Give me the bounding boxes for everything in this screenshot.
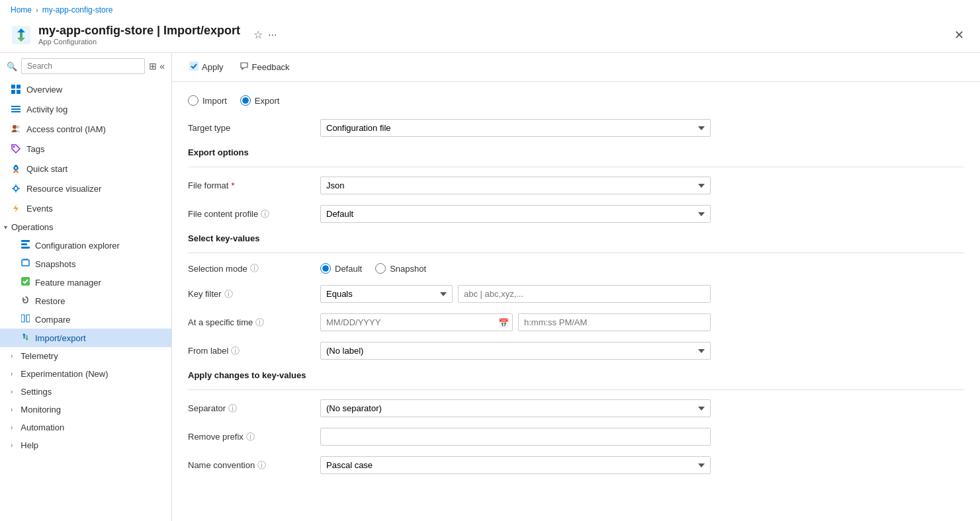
sidebar-item-tags[interactable]: Tags	[0, 139, 171, 159]
help-chevron: ›	[11, 442, 13, 449]
calendar-icon[interactable]: 📅	[498, 317, 509, 327]
search-input[interactable]	[21, 58, 145, 74]
key-filter-info-icon[interactable]: ⓘ	[224, 288, 233, 300]
svg-point-9	[17, 126, 20, 129]
sidebar-item-events[interactable]: Events	[0, 198, 171, 218]
remove-prefix-input[interactable]	[320, 428, 711, 446]
svg-rect-24	[189, 61, 199, 71]
feedback-icon	[240, 61, 249, 73]
from-label-control: (No label)	[320, 342, 711, 360]
remove-prefix-label: Remove prefix ⓘ	[188, 431, 320, 443]
sidebar-item-overview[interactable]: Overview	[0, 79, 171, 99]
selection-mode-radio-group: Default Snapshot	[320, 263, 711, 274]
experimentation-chevron: ›	[11, 370, 13, 378]
key-filter-label: Key filter ⓘ	[188, 288, 320, 300]
target-type-control: Configuration file App Service Azure Kub…	[320, 119, 711, 137]
sidebar-item-compare[interactable]: Compare	[0, 310, 171, 329]
from-label-info-icon[interactable]: ⓘ	[231, 345, 240, 357]
export-radio-label[interactable]: Export	[240, 95, 280, 106]
selection-mode-control: Default Snapshot	[320, 263, 711, 274]
sidebar-item-access-control[interactable]: Access control (IAM)	[0, 119, 171, 139]
automation-section-header[interactable]: › Automation	[0, 419, 171, 436]
telemetry-section-header[interactable]: › Telemetry	[0, 347, 171, 365]
sidebar-item-resource-visualizer[interactable]: Resource visualizer	[0, 179, 171, 198]
sidebar-item-restore[interactable]: Restore	[0, 292, 171, 310]
operations-section-header[interactable]: ▾ Operations	[0, 218, 171, 236]
at-specific-time-label: At a specific time ⓘ	[188, 317, 320, 329]
sidebar-item-feature-manager[interactable]: Feature manager	[0, 273, 171, 292]
remove-prefix-info-icon[interactable]: ⓘ	[246, 431, 255, 443]
settings-chevron: ›	[11, 388, 13, 395]
operations-chevron: ▾	[4, 223, 7, 231]
snapshot-mode-radio[interactable]	[375, 263, 386, 274]
experimentation-section-header[interactable]: › Experimentation (New)	[0, 365, 171, 383]
svg-point-10	[13, 146, 15, 148]
target-type-select[interactable]: Configuration file App Service Azure Kub…	[320, 119, 711, 137]
export-options-divider	[188, 167, 964, 167]
monitoring-section-header[interactable]: › Monitoring	[0, 401, 171, 419]
key-filter-operator-select[interactable]: Equals Starts with	[320, 285, 453, 303]
separator-info-icon[interactable]: ⓘ	[228, 403, 237, 415]
import-radio[interactable]	[188, 95, 199, 106]
key-filter-value-input[interactable]	[458, 285, 711, 303]
file-format-select[interactable]: Json Yaml Properties	[320, 177, 711, 194]
content-area: Apply Feedback Import Export	[172, 53, 980, 521]
file-format-row: File format * Json Yaml Properties	[188, 177, 964, 194]
svg-point-11	[15, 167, 17, 169]
default-mode-label[interactable]: Default	[320, 263, 362, 274]
selection-mode-row: Selection mode ⓘ Default Snapshot	[188, 262, 964, 274]
at-specific-time-info-icon[interactable]: ⓘ	[255, 317, 264, 329]
target-type-row: Target type Configuration file App Servi…	[188, 119, 964, 137]
search-icon: 🔍	[7, 61, 17, 71]
breadcrumb: Home › my-app-config-store	[0, 0, 980, 20]
list-icon	[11, 104, 21, 114]
name-convention-row: Name convention ⓘ Pascal case Camel case…	[188, 456, 964, 474]
svg-rect-5	[11, 106, 21, 107]
default-mode-radio[interactable]	[320, 263, 331, 274]
name-convention-select[interactable]: Pascal case Camel case Upper case Lower …	[320, 456, 711, 474]
selection-mode-info-icon[interactable]: ⓘ	[250, 262, 259, 274]
at-specific-time-row: At a specific time ⓘ 📅	[188, 313, 964, 331]
breadcrumb-home[interactable]: Home	[11, 5, 32, 15]
collapse-icon[interactable]: «	[159, 61, 165, 71]
sidebar-section-operations: ▾ Operations Configuration explorer Snap…	[0, 218, 171, 347]
svg-rect-7	[11, 111, 21, 112]
svg-rect-1	[11, 85, 15, 89]
more-options-icon[interactable]: ···	[268, 29, 277, 41]
name-convention-info-icon[interactable]: ⓘ	[257, 460, 266, 471]
header-title-block: my-app-config-store | Import/export App …	[38, 24, 240, 46]
close-button[interactable]: ✕	[949, 25, 969, 45]
remove-prefix-control	[320, 428, 711, 446]
feedback-button[interactable]: Feedback	[233, 58, 296, 76]
separator-row: Separator ⓘ (No separator) . / : ;	[188, 399, 964, 417]
sidebar-item-import-export[interactable]: Import/export	[0, 329, 171, 347]
favorite-icon[interactable]: ☆	[253, 28, 263, 41]
settings-section-header[interactable]: › Settings	[0, 383, 171, 401]
import-export-radio-group: Import Export	[188, 95, 964, 106]
page-header: my-app-config-store | Import/export App …	[0, 20, 980, 53]
sidebar-item-activity-log[interactable]: Activity log	[0, 99, 171, 119]
svg-point-12	[14, 186, 18, 190]
file-content-profile-select[interactable]: Default KVSet	[320, 205, 711, 223]
svg-point-8	[13, 125, 17, 129]
header-subtitle: App Configuration	[38, 38, 240, 46]
filter-icon[interactable]: ⊞	[149, 61, 157, 71]
sidebar-item-quick-start[interactable]: Quick start	[0, 159, 171, 179]
sidebar-item-snapshots[interactable]: Snapshots	[0, 255, 171, 273]
remove-prefix-row: Remove prefix ⓘ	[188, 428, 964, 446]
separator-select[interactable]: (No separator) . / : ;	[320, 399, 711, 417]
sidebar-item-config-explorer[interactable]: Configuration explorer	[0, 236, 171, 255]
from-label-row: From label ⓘ (No label)	[188, 342, 964, 360]
breadcrumb-store[interactable]: my-app-config-store	[42, 5, 113, 15]
from-label-select[interactable]: (No label)	[320, 342, 711, 360]
apply-button[interactable]: Apply	[183, 58, 230, 76]
snapshot-mode-label[interactable]: Snapshot	[375, 263, 426, 274]
import-radio-label[interactable]: Import	[188, 95, 227, 106]
help-section-header[interactable]: › Help	[0, 436, 171, 454]
separator-label: Separator ⓘ	[188, 403, 320, 415]
export-radio[interactable]	[240, 95, 251, 106]
file-content-profile-control: Default KVSet	[320, 205, 711, 223]
time-input[interactable]	[518, 313, 711, 331]
date-input[interactable]	[320, 313, 513, 331]
file-content-profile-info-icon[interactable]: ⓘ	[261, 208, 269, 220]
